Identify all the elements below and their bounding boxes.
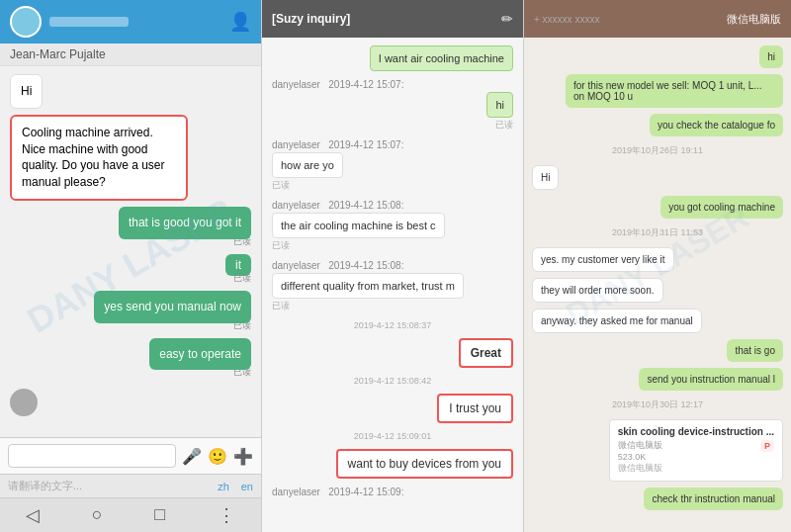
file-platform: 微信电脑版 xyxy=(618,462,774,475)
message-bubble: you check the catalogue fo xyxy=(650,114,783,136)
list-item: skin cooling device-instruction ... 微信电脑… xyxy=(532,419,783,482)
sender-name: danyelaser 2019-4-12 15:08: xyxy=(272,260,513,271)
file-title: skin cooling device-instruction ... xyxy=(618,426,774,437)
read-status: 已读 xyxy=(272,239,513,252)
middle-messages: I want air cooling machine danyelaser 20… xyxy=(262,38,523,532)
lang-en[interactable]: en xyxy=(241,481,253,492)
message-bubble-highlighted: want to buy devices from you xyxy=(336,449,513,479)
list-item: Hi xyxy=(10,74,43,109)
message-bubble: different quality from market, trust m xyxy=(272,273,464,299)
sender-name: danyelaser 2019-4-12 15:08: xyxy=(272,200,513,211)
middle-header: [Suzy inquiry] ✏ xyxy=(262,0,523,38)
message-bubble: how are yo xyxy=(272,152,343,178)
username-bar xyxy=(49,17,129,27)
list-item: danyelaser 2019-4-12 15:08: the air cool… xyxy=(272,200,513,252)
list-item: Hi xyxy=(532,165,783,190)
list-item: want to buy devices from you xyxy=(272,449,513,479)
list-item: anyway. they asked me for manual xyxy=(532,309,783,333)
back-button[interactable]: ◁ xyxy=(26,504,40,526)
message-bubble: anyway. they asked me for manual xyxy=(532,309,702,333)
sender-name: danyelaser 2019-4-12 15:09: xyxy=(272,487,513,497)
file-card[interactable]: skin cooling device-instruction ... 微信电脑… xyxy=(609,419,783,482)
list-item: yes. my customer very like it xyxy=(532,247,783,272)
message-bubble: Hi xyxy=(532,165,559,190)
list-item: check thr instruction manual xyxy=(532,488,783,510)
list-item: Cooling machine arrived. Nice machine wi… xyxy=(10,115,188,201)
read-status: 已读 xyxy=(272,179,513,192)
message-bubble-highlighted: Great xyxy=(459,338,513,368)
list-item: I want air cooling machine xyxy=(272,45,513,71)
message-bubble-highlighted: I trust you xyxy=(437,394,513,423)
message-bubble: hi xyxy=(486,92,513,118)
navigation-bar: ◁ ○ □ ⋮ xyxy=(0,497,261,532)
recents-button[interactable]: □ xyxy=(154,504,165,526)
sender-name: danyelaser 2019-4-12 15:07: xyxy=(272,139,513,150)
list-item: I trust you xyxy=(272,394,513,423)
timestamp: 2019年10月31日 11:53 xyxy=(532,226,783,239)
file-source: 微信电脑版 xyxy=(618,439,662,452)
message-bubble: the air cooling machine is best c xyxy=(272,213,445,238)
right-contact-number: + xxxxxx xxxxx xyxy=(534,14,599,25)
middle-chat-panel: [Suzy inquiry] ✏ I want air cooling mach… xyxy=(262,0,524,532)
list-item: for this new model we sell: MOQ 1 unit, … xyxy=(532,74,783,108)
list-item: Great xyxy=(272,338,513,368)
list-item: hi xyxy=(532,45,783,68)
lang-zh[interactable]: zh xyxy=(218,481,229,492)
translate-bar: 请翻译的文字... zh en xyxy=(0,474,261,497)
right-header: + xxxxxx xxxxx 微信电脑版 xyxy=(524,0,791,38)
message-bubble: they will order more soon. xyxy=(532,278,663,303)
microphone-icon[interactable]: 🎤 xyxy=(182,447,202,466)
list-item: they will order more soon. xyxy=(532,278,783,303)
sender-name: danyelaser 2019-4-12 15:07: xyxy=(272,79,513,90)
read-status: 已读 xyxy=(272,300,513,312)
message-bubble: yes. my customer very like it xyxy=(532,247,674,272)
message-bubble: I want air cooling machine xyxy=(370,45,513,71)
timestamp: 2019-4-12 15:09:01 xyxy=(272,431,513,441)
file-badge: P xyxy=(760,440,774,452)
message-bubble: that is go xyxy=(727,339,783,362)
right-messages: hi for this new model we sell: MOQ 1 uni… xyxy=(524,38,791,532)
message-input[interactable] xyxy=(8,444,176,468)
left-messages: Hi Cooling machine arrived. Nice machine… xyxy=(0,66,261,437)
file-size: 523.0K xyxy=(618,452,774,462)
list-item: danyelaser 2019-4-12 15:07: hi 已读 xyxy=(272,79,513,132)
list-item: easy to operate xyxy=(149,338,251,371)
right-platform: 微信电脑版 xyxy=(727,12,781,27)
edit-icon[interactable]: ✏ xyxy=(501,11,513,27)
user-avatar xyxy=(10,6,42,38)
menu-button[interactable]: ⋮ xyxy=(218,504,235,526)
middle-title: [Suzy inquiry] xyxy=(272,12,350,26)
read-status: 已读 xyxy=(233,272,251,285)
chat-footer: 🎤 🙂 ➕ xyxy=(0,437,261,474)
left-header: 👤 xyxy=(0,0,261,44)
contact-name: Jean-Marc Pujalte xyxy=(0,44,261,66)
translate-placeholder: 请翻译的文字... xyxy=(8,479,212,493)
right-chat-panel: + xxxxxx xxxxx 微信电脑版 hi for this new mod… xyxy=(524,0,791,532)
list-item: send you instruction manual l xyxy=(532,368,783,391)
read-status: 已读 xyxy=(272,119,513,132)
left-chat-panel: DANY LASER 👤 Jean-Marc Pujalte Hi Coolin… xyxy=(0,0,262,532)
list-item: danyelaser 2019-4-12 15:08: different qu… xyxy=(272,260,513,312)
list-item: that is good you got it xyxy=(119,207,251,239)
list-item: danyelaser 2019-4-12 15:07: how are yo 已… xyxy=(272,139,513,192)
list-item: yes send you manual now xyxy=(94,291,251,323)
timestamp: 2019-4-12 15:08:42 xyxy=(272,376,513,386)
timestamp: 2019-4-12 15:08:37 xyxy=(272,320,513,330)
message-bubble: send you instruction manual l xyxy=(639,368,783,391)
list-item: that is go xyxy=(532,339,783,362)
timestamp: 2019年10月30日 12:17 xyxy=(532,399,783,411)
list-item: you check the catalogue fo xyxy=(532,114,783,136)
message-bubble: you got cooling machine xyxy=(660,196,783,219)
home-button[interactable]: ○ xyxy=(92,504,103,526)
message-bubble: hi xyxy=(759,45,783,68)
add-icon[interactable]: ➕ xyxy=(233,447,253,466)
message-bubble: for this new model we sell: MOQ 1 unit, … xyxy=(566,74,783,108)
avatar xyxy=(10,389,38,416)
person-icon: 👤 xyxy=(229,11,251,33)
list-item: you got cooling machine xyxy=(532,196,783,219)
timestamp: 2019年10月26日 19:11 xyxy=(532,144,783,157)
list-item: danyelaser 2019-4-12 15:09: xyxy=(272,487,513,499)
emoji-icon[interactable]: 🙂 xyxy=(208,447,227,466)
message-bubble: check thr instruction manual xyxy=(644,488,783,510)
